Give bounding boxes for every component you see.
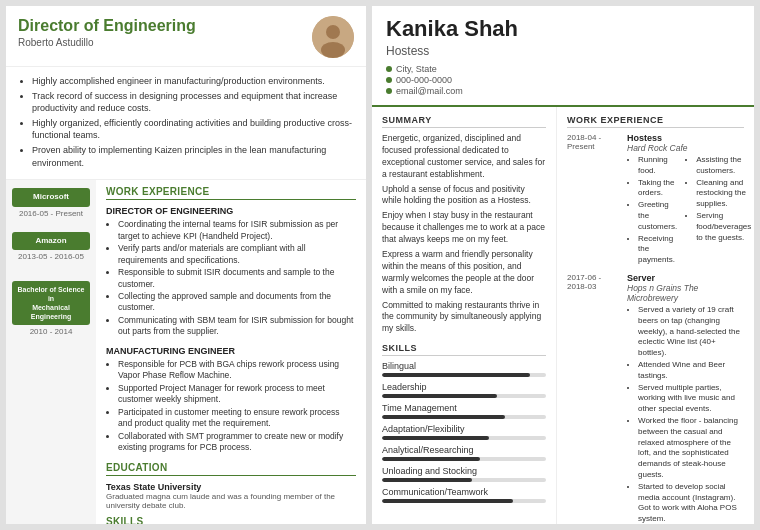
r-skill-analytical: Analytical/Researching — [382, 445, 546, 461]
left-body: Microsoft 2016-05 - Present Amazon 2013-… — [6, 180, 366, 524]
skills-section: SKILLS Bilingual Leadership — [382, 343, 546, 503]
r-skill-communication: Communication/Teamwork — [382, 487, 546, 503]
r-skill-communication-fill — [382, 499, 513, 503]
right-header: Kanika Shah Hostess City, State 000-000-… — [372, 6, 754, 107]
hops-b1: Served a variety of 19 craft beers on ta… — [638, 305, 744, 359]
summary-p5: Committed to making restaurants thrive i… — [382, 300, 546, 336]
contact-email: email@mail.com — [386, 86, 740, 96]
phone-text: 000-000-0000 — [396, 75, 452, 85]
location-text: City, State — [396, 64, 437, 74]
right-header-left: Kanika Shah Hostess City, State 000-000-… — [386, 16, 740, 97]
right-role: Hostess — [386, 44, 740, 58]
r-skill-leadership-fill — [382, 394, 497, 398]
edu-entry: Texas State University Graduated magna c… — [106, 482, 356, 510]
amz-bullet-4: Collaborated with SMT programmer to crea… — [118, 431, 356, 454]
resume-right: Kanika Shah Hostess City, State 000-000-… — [372, 6, 754, 524]
edu-section-title: Education — [106, 462, 356, 476]
left-sidebar: Microsoft 2016-05 - Present Amazon 2013-… — [6, 180, 96, 524]
amazon-date: 2013-05 - 2016-05 — [12, 252, 90, 261]
left-subtitle: Roberto Astudillo — [18, 37, 196, 48]
page-wrapper: Director of Engineering Roberto Astudill… — [0, 0, 760, 530]
work-hardrock-bullets-left: Running food. Taking the orders. Greetin… — [627, 155, 677, 267]
amz-bullet-1: Responsible for PCB with BGA chips rewor… — [118, 359, 356, 382]
avatar — [312, 16, 354, 58]
r-skill-time-bar — [382, 415, 546, 419]
job-bullets-amazon: Responsible for PCB with BGA chips rewor… — [106, 359, 356, 454]
work-hardrock-title: Hostess — [627, 133, 751, 143]
r-skill-time-fill — [382, 415, 505, 419]
sidebar-microsoft: Microsoft 2016-05 - Present — [12, 188, 90, 217]
r-skill-time: Time Management — [382, 403, 546, 419]
job-bullets-microsoft: Coordinating the internal teams for ISIR… — [106, 219, 356, 338]
ms-bullet-1: Coordinating the internal teams for ISIR… — [118, 219, 356, 242]
edu-school: Texas State University — [106, 482, 356, 492]
r-skill-adapt-label: Adaptation/Flexibility — [382, 424, 546, 434]
right-name: Kanika Shah — [386, 16, 740, 42]
r-skill-analytical-label: Analytical/Researching — [382, 445, 546, 455]
right-right-col: WORK EXPERIENCE 2018-04 - Present Hostes… — [557, 107, 754, 524]
job-title-amazon: Manufacturing Engineer — [106, 346, 356, 356]
resume-left: Director of Engineering Roberto Astudill… — [6, 6, 366, 524]
r-skill-analytical-fill — [382, 457, 480, 461]
work-hardrock-bullets-right: Assisting the customers. Cleaning and re… — [685, 155, 751, 267]
svg-point-1 — [326, 25, 340, 39]
r-skill-leadership-bar — [382, 394, 546, 398]
work-hardrock: 2018-04 - Present Hostess Hard Rock Cafe… — [567, 133, 744, 267]
work-hops-dates: 2017-06 - 2018-03 — [567, 273, 619, 291]
edu-detail: Graduated magna cum laude and was a foun… — [106, 492, 356, 510]
contact-phone: 000-000-0000 — [386, 75, 740, 85]
skills-title: SKILLS — [382, 343, 546, 356]
job-microsoft: DIRECTOR OF ENGINEERING Coordinating the… — [106, 206, 356, 338]
microsoft-date: 2016-05 - Present — [12, 209, 90, 218]
job-title-microsoft: DIRECTOR OF ENGINEERING — [106, 206, 356, 216]
summary-p2: Uphold a sense of focus and positivity w… — [382, 184, 546, 208]
left-title: Director of Engineering — [18, 16, 196, 35]
bullet-2: Track record of success in designing pro… — [32, 90, 354, 115]
r-skill-adapt: Adaptation/Flexibility — [382, 424, 546, 440]
skills-section-title: Skills — [106, 516, 356, 524]
summary-p1: Energetic, organized, disciplined and fo… — [382, 133, 546, 181]
r-skill-adapt-bar — [382, 436, 546, 440]
r-skill-bilingual-label: Bilingual — [382, 361, 546, 371]
edu-dates: 2010 - 2014 — [12, 327, 90, 336]
r-skill-unloading-bar — [382, 478, 546, 482]
work-hops-content: Server Hops n Grains The Microbrewery Se… — [627, 273, 744, 524]
ms-bullet-4: Collecting the approved sample and docum… — [118, 291, 356, 314]
amazon-badge: Amazon — [12, 232, 90, 250]
microsoft-badge: Microsoft — [12, 188, 90, 206]
hops-b3: Served multiple parties, working with li… — [638, 383, 744, 415]
r-skill-bilingual-fill — [382, 373, 530, 377]
r-skill-communication-bar — [382, 499, 546, 503]
bullet-3: Highly organized, efficiently coordinati… — [32, 117, 354, 142]
work-hardrock-header: 2018-04 - Present Hostess Hard Rock Cafe… — [567, 133, 744, 267]
sidebar-amazon: Amazon 2013-05 - 2016-05 — [12, 232, 90, 261]
r-skill-bilingual-bar — [382, 373, 546, 377]
left-header: Director of Engineering Roberto Astudill… — [6, 6, 366, 67]
email-icon — [386, 88, 392, 94]
work-hops: 2017-06 - 2018-03 Server Hops n Grains T… — [567, 273, 744, 524]
work-hops-title: Server — [627, 273, 744, 283]
work-hardrock-content: Hostess Hard Rock Cafe Running food. Tak… — [627, 133, 751, 267]
hrc-b4: Receiving the payments. — [638, 234, 677, 266]
amz-bullet-3: Participated in customer meeting to ensu… — [118, 407, 356, 430]
r-skill-leadership-label: Leadership — [382, 382, 546, 392]
left-header-text: Director of Engineering Roberto Astudill… — [18, 16, 196, 48]
r-skill-unloading-label: Unloading and Stocking — [382, 466, 546, 476]
left-main: Work Experience DIRECTOR OF ENGINEERING … — [96, 180, 366, 524]
summary-section: SUMMARY Energetic, organized, discipline… — [382, 115, 546, 335]
amz-bullet-2: Supported Project Manager for rework pro… — [118, 383, 356, 406]
summary-p4: Express a warm and friendly personality … — [382, 249, 546, 297]
contact-location: City, State — [386, 64, 740, 74]
r-skill-leadership: Leadership — [382, 382, 546, 398]
svg-point-2 — [321, 42, 345, 58]
r-skill-analytical-bar — [382, 457, 546, 461]
edu-badge: Bachelor of Science in Mechanical Engine… — [12, 281, 90, 325]
r-skill-time-label: Time Management — [382, 403, 546, 413]
right-body: SUMMARY Energetic, organized, discipline… — [372, 107, 754, 524]
work-experience-section: WORK EXPERIENCE 2018-04 - Present Hostes… — [567, 115, 744, 524]
bullet-4: Proven ability to implementing Kaizen pr… — [32, 144, 354, 169]
ms-bullet-5: Communicating with SBM team for ISIR sub… — [118, 315, 356, 338]
hrc-b3: Greeting the customers. — [638, 200, 677, 232]
hrc-r3: Serving food/beverages to the guests. — [696, 211, 751, 243]
hops-b5: Started to develop social media account … — [638, 482, 744, 524]
